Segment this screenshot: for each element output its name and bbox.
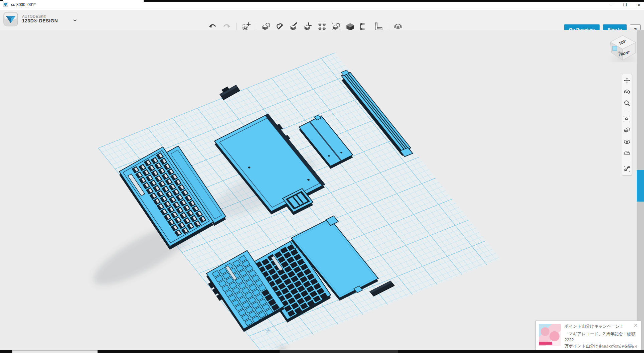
zoom-icon — [624, 100, 630, 107]
viewport-3d[interactable]: 25 — [0, 30, 644, 350]
panel-expand-arrow[interactable] — [638, 195, 641, 200]
taskbar-dark-segment — [280, 350, 398, 353]
undo-icon — [208, 22, 217, 31]
nav-separator — [624, 161, 630, 161]
document-tab[interactable]: sc-3000_001* — [3, 2, 36, 7]
screen-edge-strip — [637, 30, 644, 350]
display-mode-button[interactable] — [623, 127, 631, 134]
fit-view-button[interactable] — [623, 115, 631, 123]
primitives-icon — [262, 22, 271, 31]
ad-close-icon[interactable]: ✕ — [634, 322, 638, 329]
view-cube-corner-highlight[interactable] — [613, 46, 617, 50]
pan-icon — [624, 77, 630, 84]
app-icon — [3, 2, 8, 7]
app-logo-icon — [3, 12, 18, 26]
orbit-icon — [624, 89, 630, 95]
pattern-icon — [318, 22, 327, 31]
document-title: sc-3000_001* — [11, 2, 36, 7]
minimize-button[interactable]: – — [608, 2, 614, 8]
ad-popup[interactable]: ポイント山分けキャンペーン！ 「マギアレコード」2 周年記念！総額2222万ポイ… — [535, 321, 641, 351]
grid-display-icon — [624, 150, 630, 156]
model-scene — [0, 30, 644, 350]
taskbar-sliver: ·· — [0, 350, 644, 353]
ad-title[interactable]: ポイント山分けキャンペーン！ — [565, 324, 631, 329]
maximize-button[interactable]: ❐ — [622, 2, 628, 8]
hide-show-button[interactable] — [623, 138, 631, 145]
zoom-button[interactable] — [623, 100, 631, 107]
navigation-toolbar — [622, 74, 632, 175]
snap-icon — [360, 22, 369, 31]
long-rail-bar[interactable] — [338, 70, 415, 156]
close-button[interactable]: ✕ — [636, 2, 642, 8]
display-mode-icon — [624, 127, 630, 134]
redo-icon — [222, 22, 231, 31]
window-frame-corner — [0, 0, 3, 1]
pan-button[interactable] — [623, 77, 631, 84]
orbit-button[interactable] — [623, 88, 631, 96]
app-window: sc-3000_001* – ❐ ✕ AUTODESK® 123D® DESIG… — [0, 0, 644, 353]
brand-123d-design: 123D® DESIGN — [22, 18, 58, 23]
combine-icon — [346, 22, 355, 31]
view-cube[interactable]: TOP FRONT LEFT — [607, 34, 638, 62]
measure-icon — [374, 22, 383, 31]
transform-icon — [242, 22, 251, 31]
hide-show-icon — [624, 138, 630, 145]
construct-icon — [290, 22, 299, 31]
ad-thumbnail[interactable] — [539, 324, 561, 346]
grid-display-button[interactable] — [623, 149, 631, 157]
main-toolbar: AUTODESK® 123D® DESIGN ⌄ ˇˇˇˇˇˇˇˇˇˇˇ Go … — [0, 10, 644, 30]
small-black-clip[interactable] — [218, 83, 240, 100]
sketch-icon — [276, 22, 285, 31]
app-brand: AUTODESK® 123D® DESIGN ⌄ — [3, 12, 77, 26]
taskbar-light-segment — [12, 350, 98, 353]
material-icon — [393, 22, 402, 31]
app-menu-dropdown[interactable]: ⌄ — [71, 15, 79, 23]
grouping-icon — [332, 22, 341, 31]
ad-brand-label: DMM GAME PLAYER — [599, 344, 637, 348]
modify-icon — [304, 22, 313, 31]
grid-origin-puck — [278, 346, 286, 350]
taskbar-clock-sliver: ·· — [590, 351, 597, 353]
fit-view-icon — [624, 116, 630, 122]
snap-toggle-icon — [624, 165, 630, 172]
nav-separator — [624, 111, 630, 111]
snap-toggle-button[interactable] — [623, 165, 631, 172]
window-frame-edge — [144, 0, 644, 2]
